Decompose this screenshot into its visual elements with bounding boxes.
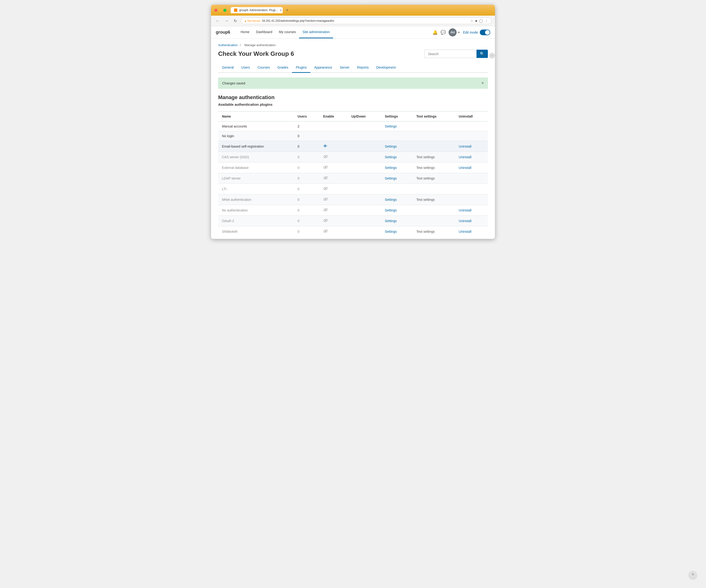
menu-icon[interactable]: ⋮ bbox=[485, 19, 488, 23]
test-settings-link[interactable]: Test settings bbox=[417, 166, 435, 170]
cell-uninstall[interactable]: Uninstall bbox=[455, 226, 488, 235]
uninstall-link[interactable]: Uninstall bbox=[459, 144, 472, 148]
cell-enable[interactable] bbox=[319, 205, 348, 216]
breadcrumb-parent[interactable]: Authentication bbox=[218, 43, 238, 47]
minimize-traffic-light[interactable] bbox=[219, 9, 222, 12]
tab-development[interactable]: Development bbox=[372, 63, 400, 73]
cell-test-settings[interactable]: Test settings bbox=[413, 226, 455, 235]
cell-uninstall[interactable]: Uninstall bbox=[455, 141, 488, 152]
address-input[interactable]: ▲ Not Secure 34.201.41.202/admin/setting… bbox=[241, 17, 492, 24]
cell-uninstall[interactable]: Uninstall bbox=[455, 205, 488, 216]
cell-enable[interactable] bbox=[319, 131, 348, 141]
test-settings-link[interactable]: Test settings bbox=[417, 198, 435, 202]
nav-dashboard[interactable]: Dashboard bbox=[253, 26, 276, 38]
edit-mode-toggle[interactable]: Edit mode bbox=[463, 30, 490, 35]
settings-link[interactable]: Settings bbox=[385, 124, 397, 128]
cell-enable[interactable] bbox=[319, 226, 348, 235]
uninstall-link[interactable]: Uninstall bbox=[459, 230, 472, 234]
new-tab-button[interactable]: + bbox=[285, 8, 290, 13]
settings-link[interactable]: Settings bbox=[385, 144, 397, 148]
auth-table-container[interactable]: Name Users Enable Up/Down Settings Test … bbox=[218, 111, 488, 234]
extension-icon[interactable]: ■ bbox=[475, 19, 477, 23]
cell-settings[interactable]: Settings bbox=[381, 152, 413, 163]
eye-off-icon[interactable] bbox=[323, 230, 328, 234]
bookmark-icon[interactable]: ☆ bbox=[470, 19, 473, 23]
profile-icon[interactable]: ◯ bbox=[479, 19, 483, 23]
forward-button[interactable]: → bbox=[223, 18, 230, 24]
cell-enable[interactable] bbox=[319, 163, 348, 173]
test-settings-link[interactable]: Test settings bbox=[417, 230, 435, 234]
notifications-icon[interactable]: 🔔 bbox=[432, 30, 438, 35]
tab-server[interactable]: Server bbox=[336, 63, 353, 73]
edit-mode-switch[interactable] bbox=[480, 30, 490, 35]
eye-on-icon[interactable]: 👁 bbox=[323, 144, 327, 149]
tab-reports[interactable]: Reports bbox=[353, 63, 372, 73]
uninstall-link[interactable]: Uninstall bbox=[459, 208, 472, 212]
cell-enable[interactable] bbox=[319, 173, 348, 184]
messages-icon[interactable]: 💬 bbox=[440, 30, 446, 35]
settings-link[interactable]: Settings bbox=[385, 208, 397, 212]
eye-off-icon[interactable] bbox=[323, 176, 328, 180]
tab-general[interactable]: General bbox=[218, 63, 238, 73]
cell-enable[interactable] bbox=[319, 121, 348, 131]
cell-settings[interactable]: Settings bbox=[381, 216, 413, 226]
test-settings-link[interactable]: Test settings bbox=[417, 155, 435, 159]
cell-settings[interactable]: Settings bbox=[381, 205, 413, 216]
cell-test-settings[interactable]: Test settings bbox=[413, 195, 455, 205]
cell-uninstall[interactable]: Uninstall bbox=[455, 152, 488, 163]
cell-test-settings[interactable]: Test settings bbox=[413, 173, 455, 184]
settings-link[interactable]: Settings bbox=[385, 230, 397, 234]
cell-enable[interactable] bbox=[319, 184, 348, 195]
cell-settings[interactable]: Settings bbox=[381, 173, 413, 184]
cell-enable[interactable] bbox=[319, 195, 348, 205]
table-row: No authentication0SettingsUninstall bbox=[218, 205, 488, 216]
reload-button[interactable]: ↻ bbox=[232, 18, 238, 24]
eye-off-icon[interactable] bbox=[323, 187, 328, 191]
alert-close-button[interactable]: × bbox=[481, 81, 484, 86]
search-input[interactable] bbox=[425, 50, 476, 58]
test-settings-link[interactable]: Test settings bbox=[417, 176, 435, 180]
user-menu[interactable]: AU ▼ bbox=[448, 28, 460, 36]
tab-grades[interactable]: Grades bbox=[274, 63, 292, 73]
uninstall-link[interactable]: Uninstall bbox=[459, 219, 472, 223]
settings-link[interactable]: Settings bbox=[385, 176, 397, 180]
sidebar-collapse-button[interactable]: ‹ bbox=[489, 53, 495, 58]
tab-users[interactable]: Users bbox=[238, 63, 254, 73]
active-tab[interactable]: group6: Administration: Plugi... ✕ bbox=[231, 7, 283, 13]
eye-off-icon[interactable] bbox=[323, 219, 328, 223]
cell-settings[interactable]: Settings bbox=[381, 141, 413, 152]
cell-uninstall[interactable]: Uninstall bbox=[455, 163, 488, 173]
cell-settings[interactable]: Settings bbox=[381, 121, 413, 131]
nav-my-courses[interactable]: My courses bbox=[276, 26, 299, 38]
cell-enable[interactable]: 👁 bbox=[319, 141, 348, 152]
eye-off-icon[interactable] bbox=[323, 198, 328, 202]
cell-test-settings[interactable]: Test settings bbox=[413, 152, 455, 163]
uninstall-link[interactable]: Uninstall bbox=[459, 155, 472, 159]
cell-settings[interactable]: Settings bbox=[381, 226, 413, 235]
eye-off-icon[interactable] bbox=[323, 208, 328, 212]
cell-test-settings[interactable]: Test settings bbox=[413, 163, 455, 173]
cell-settings[interactable]: Settings bbox=[381, 163, 413, 173]
cell-uninstall[interactable]: Uninstall bbox=[455, 216, 488, 226]
settings-link[interactable]: Settings bbox=[385, 155, 397, 159]
tab-close-button[interactable]: ✕ bbox=[280, 9, 282, 12]
tab-plugins[interactable]: Plugins bbox=[292, 63, 310, 73]
maximize-traffic-light[interactable] bbox=[223, 9, 226, 12]
eye-off-icon[interactable] bbox=[323, 166, 328, 170]
settings-link[interactable]: Settings bbox=[385, 198, 397, 202]
uninstall-link[interactable]: Uninstall bbox=[459, 166, 472, 170]
tab-courses[interactable]: Courses bbox=[253, 63, 274, 73]
cell-settings[interactable]: Settings bbox=[381, 195, 413, 205]
user-avatar[interactable]: AU bbox=[448, 28, 457, 36]
search-button[interactable]: 🔍 bbox=[476, 50, 488, 58]
settings-link[interactable]: Settings bbox=[385, 219, 397, 223]
back-button[interactable]: ← bbox=[214, 18, 221, 24]
cell-enable[interactable] bbox=[319, 216, 348, 226]
tab-appearance[interactable]: Appearance bbox=[310, 63, 336, 73]
nav-site-administration[interactable]: Site administration bbox=[299, 26, 333, 38]
settings-link[interactable]: Settings bbox=[385, 166, 397, 170]
eye-off-icon[interactable] bbox=[323, 155, 328, 159]
nav-home[interactable]: Home bbox=[237, 26, 253, 38]
cell-enable[interactable] bbox=[319, 152, 348, 163]
close-traffic-light[interactable] bbox=[214, 9, 218, 12]
